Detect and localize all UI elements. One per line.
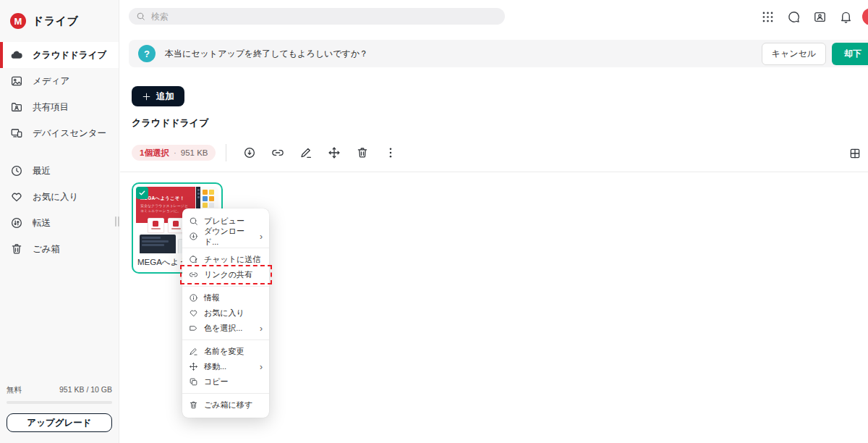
more-options-button[interactable] xyxy=(376,146,404,159)
sidebar-item-shared[interactable]: 共有項目 xyxy=(0,94,119,120)
sidebar-item-label: デバイスセンター xyxy=(33,127,106,140)
selection-toolbar: 1個選択 · 951 KB xyxy=(132,144,404,161)
menu-item-rename[interactable]: 名前を変更 xyxy=(182,344,269,359)
toolbar-divider xyxy=(226,144,226,161)
menu-item-label: チャットに送信 xyxy=(204,254,260,265)
trash-button[interactable] xyxy=(348,146,376,159)
sidebar-item-label: 転送 xyxy=(33,217,51,229)
sidebar-item-label: 最近 xyxy=(33,165,51,177)
submenu-chevron-icon: › xyxy=(260,363,263,371)
move-button[interactable] xyxy=(320,146,348,159)
devices-icon xyxy=(10,127,23,140)
sidebar-item-cloud-drive[interactable]: クラウドドライブ xyxy=(0,42,119,68)
clock-icon xyxy=(10,164,23,177)
sidebar-item-rubbish-bin[interactable]: ごみ箱 xyxy=(0,236,119,262)
share-link-button[interactable] xyxy=(263,146,292,159)
sidebar-item-label: クラウドドライブ xyxy=(33,49,106,62)
menu-item-send-to-chat[interactable]: チャットに送信 xyxy=(182,252,269,267)
transfers-icon xyxy=(10,216,23,229)
cancel-button[interactable]: キャンセル xyxy=(762,43,826,65)
menu-item-info[interactable]: 情報 xyxy=(182,290,269,305)
mega-logo-icon: M xyxy=(10,13,26,29)
trash-icon xyxy=(189,400,198,410)
selection-separator: · xyxy=(174,148,176,157)
search-icon xyxy=(136,12,145,21)
sidebar-item-transfers[interactable]: 転送 xyxy=(0,210,119,236)
pencil-icon xyxy=(299,146,312,159)
grid-view-icon xyxy=(848,147,861,160)
sidebar-section-gap xyxy=(0,146,119,158)
sidebar-item-media[interactable]: メディア xyxy=(0,68,119,94)
menu-item-label: 情報 xyxy=(204,292,220,303)
view-toggle-button[interactable] xyxy=(848,147,861,160)
label-icon xyxy=(189,324,198,333)
heart-icon xyxy=(10,190,23,203)
dismiss-button[interactable]: 却下 xyxy=(832,43,868,65)
menu-item-label: ごみ箱に移す xyxy=(204,400,252,410)
add-button-label: 追加 xyxy=(156,90,174,103)
file-checkbox[interactable] xyxy=(136,187,148,199)
kebab-icon xyxy=(384,146,397,159)
cloud-icon xyxy=(10,48,23,62)
notifications-button[interactable] xyxy=(838,9,854,25)
contacts-button[interactable] xyxy=(812,9,827,25)
contact-card-icon xyxy=(813,10,827,24)
menu-item-move[interactable]: 移動... › xyxy=(182,359,269,374)
link-icon xyxy=(271,146,284,159)
setup-confirm-banner: ? 本当にセットアップを終了してもよろしいですか？ キャンセル 却下 xyxy=(129,40,868,67)
menu-divider xyxy=(182,339,269,340)
menu-item-favourite[interactable]: お気に入り xyxy=(182,305,269,321)
submenu-chevron-icon: › xyxy=(260,324,263,333)
download-icon xyxy=(189,232,198,241)
sidebar-nav: クラウドドライブ メディア 共有項目 デバイスセンター 最近 お気に入り 転送 xyxy=(0,42,119,262)
menu-item-copy[interactable]: コピー xyxy=(182,374,269,389)
user-avatar[interactable] xyxy=(862,8,868,25)
search-bar[interactable] xyxy=(129,8,505,25)
menu-item-download[interactable]: ダウンロード... › xyxy=(182,229,269,244)
add-button[interactable]: 追加 xyxy=(132,86,184,106)
download-button[interactable] xyxy=(235,146,263,159)
submenu-chevron-icon: › xyxy=(260,232,263,241)
thumb-mini-card xyxy=(148,218,164,233)
menu-item-select-color[interactable]: 色を選択... › xyxy=(182,321,269,336)
content-divider xyxy=(120,172,868,172)
sidebar: M ドライブ クラウドドライブ メディア 共有項目 デバイスセンター 最近 お気… xyxy=(0,0,119,443)
usage-label: 951 KB / 10 GB xyxy=(59,385,112,395)
move-icon xyxy=(189,362,198,371)
apps-grid-icon xyxy=(761,10,775,24)
sidebar-item-label: ごみ箱 xyxy=(33,243,60,256)
upgrade-button[interactable]: アップグレード xyxy=(7,413,112,432)
context-menu: プレビュー ダウンロード... › チャットに送信 リンクの共有 情報 お気に入… xyxy=(182,208,269,418)
menu-divider xyxy=(182,248,269,248)
check-icon xyxy=(138,189,146,197)
rename-button[interactable] xyxy=(292,146,320,159)
menu-item-label: ダウンロード... xyxy=(204,226,254,248)
sidebar-item-favourites[interactable]: お気に入り xyxy=(0,184,119,210)
heart-icon xyxy=(189,308,198,318)
sidebar-item-label: 共有項目 xyxy=(33,101,69,114)
search-input[interactable] xyxy=(151,12,498,22)
selection-badge: 1個選択 · 951 KB xyxy=(132,145,216,161)
storage-progressbar xyxy=(7,401,112,404)
rename-icon xyxy=(189,347,198,356)
app-logo[interactable]: M ドライブ xyxy=(0,0,119,42)
selection-count: 1個選択 xyxy=(140,148,169,159)
info-icon xyxy=(189,293,198,303)
sidebar-item-label: お気に入り xyxy=(33,191,78,203)
menu-item-share-link[interactable]: リンクの共有 xyxy=(182,267,269,282)
media-icon xyxy=(10,75,23,88)
chat-button[interactable] xyxy=(786,9,801,25)
move-icon xyxy=(328,146,341,159)
share-link-icon xyxy=(189,270,198,279)
preview-icon xyxy=(189,216,198,226)
shared-folder-icon xyxy=(10,101,23,114)
breadcrumb[interactable]: クラウドドライブ xyxy=(132,117,208,130)
sidebar-resize-handle[interactable] xyxy=(115,216,119,227)
sidebar-item-recent[interactable]: 最近 xyxy=(0,158,119,184)
trash-icon xyxy=(10,242,23,256)
menu-item-move-to-trash[interactable]: ごみ箱に移す xyxy=(182,397,269,413)
sidebar-item-device-center[interactable]: デバイスセンター xyxy=(0,120,119,146)
apps-menu-button[interactable] xyxy=(760,9,775,25)
menu-item-label: 名前を変更 xyxy=(204,346,244,357)
selection-size: 951 KB xyxy=(181,148,208,157)
